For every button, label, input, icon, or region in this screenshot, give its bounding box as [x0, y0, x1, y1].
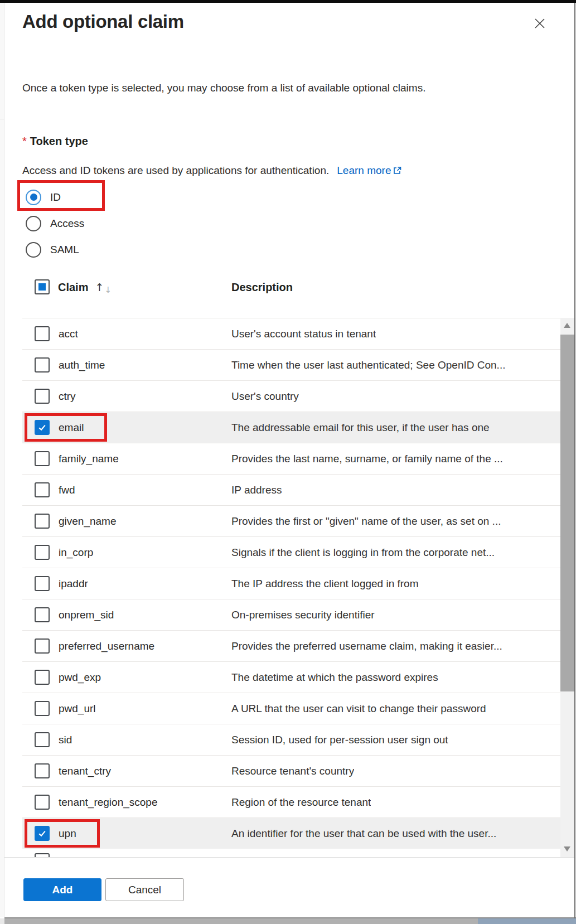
claim-cell: tenant_region_scope — [25, 787, 181, 817]
claim-cell: tenant_ctry — [25, 756, 134, 786]
horizontal-scrollbar[interactable] — [0, 918, 576, 924]
row-checkbox[interactable] — [35, 732, 50, 747]
sort-ascending-icon: ↑ — [95, 281, 104, 293]
add-optional-claim-panel: Add optional claim Once a token type is … — [0, 0, 576, 924]
table-row[interactable]: fwd IP address — [22, 475, 562, 506]
row-checkbox[interactable] — [35, 763, 50, 778]
row-checkbox[interactable] — [35, 389, 50, 404]
panel-right-border — [574, 3, 575, 918]
claim-description: User's country — [231, 381, 299, 412]
radio-icon — [26, 190, 41, 205]
table-row[interactable]: ctry User's country — [22, 381, 562, 412]
row-checkbox[interactable] — [35, 576, 50, 591]
row-checkbox[interactable] — [35, 607, 50, 622]
claim-name: onprem_sid — [59, 609, 114, 621]
radio-label: SAML — [50, 244, 79, 256]
claim-name: given_name — [59, 515, 117, 528]
claim-name: tenant_ctry — [59, 765, 111, 777]
close-button[interactable] — [530, 14, 550, 35]
page-title: Add optional claim — [22, 11, 184, 32]
row-checkbox[interactable] — [35, 482, 50, 497]
claim-cell: in_corp — [25, 537, 117, 568]
claim-name: upn — [59, 828, 76, 840]
claim-description: User's account status in tenant — [231, 318, 376, 349]
claim-name: ctry — [59, 390, 76, 403]
row-checkbox[interactable] — [35, 357, 50, 372]
close-icon — [534, 17, 546, 32]
select-all-checkbox[interactable] — [35, 279, 50, 294]
claim-name: auth_time — [59, 359, 105, 371]
row-checkbox[interactable] — [35, 853, 50, 857]
scroll-up-arrow-icon[interactable] — [564, 323, 570, 328]
row-checkbox[interactable] — [35, 451, 50, 466]
token-type-radio[interactable]: SAML — [26, 236, 193, 263]
horizontal-scrollbar-track[interactable] — [4, 918, 478, 924]
claim-description: Provides the last name, surname, or fami… — [231, 443, 503, 474]
claim-cell: ctry — [25, 381, 99, 412]
claim-name: ipaddr — [59, 578, 88, 590]
table-row[interactable]: tenant_region_scope Region of the resour… — [22, 787, 562, 818]
top-black-bar — [0, 0, 576, 3]
claim-name: in_corp — [59, 546, 93, 559]
column-header-claim[interactable]: Claim ↑ ↓ — [58, 276, 112, 298]
table-row[interactable]: pwd_url A URL that the user can visit to… — [22, 693, 562, 724]
claim-name: tenant_region_scope — [59, 796, 157, 809]
row-checkbox[interactable] — [35, 701, 50, 716]
claim-cell: pwd_exp — [25, 662, 124, 693]
table-row[interactable]: ipaddr The IP address the client logged … — [22, 568, 562, 599]
table-row[interactable]: in_corp Signals if the client is logging… — [22, 537, 562, 568]
background-divider — [0, 119, 4, 119]
table-row[interactable]: sid Session ID, used for per-session use… — [22, 724, 562, 756]
row-checkbox[interactable] — [35, 514, 50, 529]
claim-name: email — [59, 422, 84, 434]
row-checkbox[interactable] — [35, 545, 50, 560]
claim-name: fwd — [59, 484, 75, 496]
claim-description: The IP address the client logged in from — [231, 568, 419, 599]
row-checkbox[interactable] — [35, 638, 50, 654]
add-button[interactable]: Add — [23, 878, 101, 901]
vertical-scrollbar[interactable] — [560, 318, 574, 857]
claim-description: The datetime at which the password expir… — [231, 662, 438, 693]
token-type-radio[interactable]: Access — [26, 210, 193, 236]
claim-name: preferred_username — [59, 640, 154, 652]
cancel-button[interactable]: Cancel — [105, 878, 184, 901]
claim-cell: ipaddr — [25, 568, 112, 599]
scrollbar-thumb[interactable] — [560, 335, 574, 691]
claim-cell: upn — [25, 818, 100, 849]
row-checkbox[interactable] — [35, 826, 50, 841]
intro-text: Once a token type is selected, you may c… — [22, 82, 535, 94]
table-row[interactable]: upn An identifier for the user that can … — [22, 818, 562, 849]
row-checkbox[interactable] — [35, 420, 50, 435]
learn-more-link[interactable]: Learn more — [337, 164, 402, 178]
claim-cell: family_name — [25, 443, 142, 474]
row-checkbox[interactable] — [35, 670, 50, 685]
table-row[interactable]: preferred_username Provides the preferre… — [22, 631, 562, 662]
claim-name: pwd_exp — [59, 671, 101, 684]
row-checkbox[interactable] — [35, 795, 50, 810]
claim-description: Provides the preferred username claim, m… — [231, 631, 502, 661]
horizontal-scrollbar-thumb[interactable] — [478, 918, 576, 924]
claim-description: The addressable email for this user, if … — [231, 412, 490, 443]
scroll-down-arrow-icon[interactable] — [564, 846, 570, 852]
claim-description: Provides the first or "given" name of th… — [231, 506, 501, 536]
table-row[interactable]: family_name Provides the last name, surn… — [22, 443, 562, 475]
table-row[interactable]: pwd_exp The datetime at which the passwo… — [22, 662, 562, 693]
claim-cell: given_name — [25, 506, 140, 536]
radio-icon — [26, 242, 41, 258]
claim-cell: sid — [25, 724, 95, 755]
claim-description: Time when the user last authenticated; S… — [231, 350, 505, 380]
table-row[interactable]: auth_time Time when the user last authen… — [22, 350, 562, 381]
table-row[interactable]: tenant_ctry Resource tenant's country — [22, 756, 562, 787]
claim-name: family_name — [59, 453, 119, 465]
table-row[interactable]: email The addressable email for this use… — [22, 412, 562, 443]
table-row[interactable]: given_name Provides the first or "given"… — [22, 506, 562, 537]
claim-name: sid — [59, 734, 72, 746]
table-row[interactable]: onprem_sid On-premises security identifi… — [22, 599, 562, 631]
row-checkbox[interactable] — [35, 326, 50, 341]
claim-description: Resource tenant's country — [231, 756, 354, 786]
claim-cell: auth_time — [25, 350, 128, 380]
claim-description: Session ID, used for per-session user si… — [231, 724, 448, 755]
indeterminate-mark — [38, 283, 46, 291]
token-type-radio[interactable]: ID — [26, 184, 193, 210]
table-row[interactable]: acct User's account status in tenant — [22, 318, 562, 350]
